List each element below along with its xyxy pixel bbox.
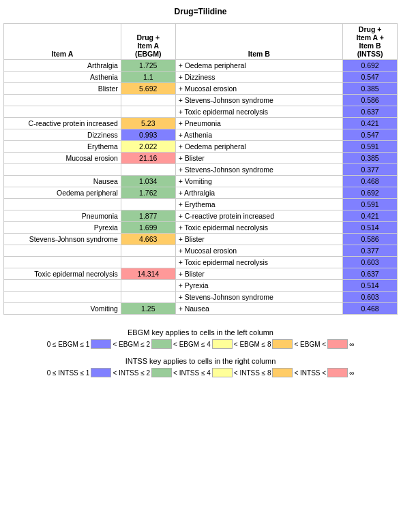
cell-ebgm bbox=[121, 95, 175, 106]
cell-ebgm: 1.25 bbox=[121, 303, 175, 315]
cell-item-b: + Arthralgia bbox=[175, 187, 343, 199]
intss-box-3 bbox=[272, 368, 293, 377]
cell-intss: 0.586 bbox=[343, 95, 398, 106]
cell-ebgm: 1.877 bbox=[121, 210, 175, 222]
ebgm-label-4: < EBGM < bbox=[294, 341, 326, 348]
cell-ebgm bbox=[121, 280, 175, 292]
cell-intss: 0.385 bbox=[343, 83, 398, 95]
intss-label-0: 0 ≤ INTSS ≤ 1 bbox=[47, 369, 90, 377]
cell-item-a bbox=[4, 280, 121, 292]
intss-label-4: < INTSS < bbox=[294, 369, 326, 377]
page-title: Drug=Tilidine bbox=[3, 7, 398, 16]
cell-item-a bbox=[4, 257, 121, 268]
ebgm-label-0: 0 ≤ EBGM ≤ 1 bbox=[47, 341, 90, 348]
cell-item-b: + Asthenia bbox=[175, 129, 343, 141]
cell-intss: 0.547 bbox=[343, 72, 398, 83]
cell-ebgm: 1.1 bbox=[121, 72, 175, 83]
cell-item-a: Stevens-Johnson syndrome bbox=[4, 234, 121, 245]
cell-item-b: + Nausea bbox=[175, 303, 343, 315]
cell-ebgm: 5.23 bbox=[121, 118, 175, 129]
intss-box-2 bbox=[212, 368, 233, 377]
cell-item-a bbox=[4, 164, 121, 176]
cell-intss: 0.421 bbox=[343, 118, 398, 129]
cell-item-a: Mucosal erosion bbox=[4, 153, 121, 164]
intss-box-1 bbox=[151, 368, 172, 377]
cell-item-b: + Stevens-Johnson syndrome bbox=[175, 292, 343, 303]
cell-ebgm bbox=[121, 106, 175, 118]
cell-item-b: + Stevens-Johnson syndrome bbox=[175, 164, 343, 176]
cell-ebgm: 4.663 bbox=[121, 234, 175, 245]
cell-item-a: Asthenia bbox=[4, 72, 121, 83]
cell-item-a: Pneumonia bbox=[4, 210, 121, 222]
cell-intss: 0.637 bbox=[343, 106, 398, 118]
cell-item-a: Erythema bbox=[4, 141, 121, 153]
cell-item-b: + Oedema peripheral bbox=[175, 141, 343, 153]
cell-ebgm: 5.692 bbox=[121, 83, 175, 95]
cell-item-a bbox=[4, 292, 121, 303]
cell-item-a: Arthralgia bbox=[4, 60, 121, 72]
intss-box-4 bbox=[327, 368, 348, 377]
ebgm-label-2: < EBGM ≤ 4 bbox=[173, 341, 211, 348]
cell-item-a bbox=[4, 106, 121, 118]
cell-ebgm: 1.699 bbox=[121, 222, 175, 234]
cell-intss: 0.692 bbox=[343, 60, 398, 72]
ebgm-label-inf: ∞ bbox=[349, 341, 354, 348]
cell-ebgm bbox=[121, 245, 175, 257]
legend-section: EBGM key applies to cells in the left co… bbox=[3, 328, 398, 377]
cell-item-a: Blister bbox=[4, 83, 121, 95]
cell-item-b: + Pyrexia bbox=[175, 280, 343, 292]
cell-item-a: Dizziness bbox=[4, 129, 121, 141]
cell-intss: 0.421 bbox=[343, 210, 398, 222]
cell-ebgm bbox=[121, 164, 175, 176]
main-table: Item A Drug +Item A(EBGM) Item B Drug +I… bbox=[3, 23, 398, 315]
cell-intss: 0.377 bbox=[343, 164, 398, 176]
cell-ebgm: 21.16 bbox=[121, 153, 175, 164]
intss-legend-title: INTSS key applies to cells in the right … bbox=[3, 357, 398, 365]
cell-ebgm bbox=[121, 199, 175, 210]
table-row: + Toxic epidermal necrolysis0.637 bbox=[4, 106, 398, 118]
cell-item-a bbox=[4, 199, 121, 210]
table-row: Blister5.692+ Mucosal erosion0.385 bbox=[4, 83, 398, 95]
table-row: + Toxic epidermal necrolysis0.603 bbox=[4, 257, 398, 268]
cell-intss: 0.385 bbox=[343, 153, 398, 164]
cell-item-b: + Toxic epidermal necrolysis bbox=[175, 106, 343, 118]
intss-label-inf: ∞ bbox=[349, 369, 354, 377]
cell-item-a: Pyrexia bbox=[4, 222, 121, 234]
cell-item-b: + Toxic epidermal necrolysis bbox=[175, 222, 343, 234]
cell-ebgm: 0.993 bbox=[121, 129, 175, 141]
ebgm-box-2 bbox=[212, 339, 233, 349]
table-row: + Pyrexia0.514 bbox=[4, 280, 398, 292]
table-row: Mucosal erosion21.16+ Blister0.385 bbox=[4, 153, 398, 164]
cell-intss: 0.591 bbox=[343, 199, 398, 210]
ebgm-legend-title: EBGM key applies to cells in the left co… bbox=[3, 328, 398, 337]
cell-intss: 0.603 bbox=[343, 257, 398, 268]
cell-item-b: + Mucosal erosion bbox=[175, 83, 343, 95]
header-ebgm: Drug +Item A(EBGM) bbox=[121, 24, 175, 60]
cell-intss: 0.692 bbox=[343, 187, 398, 199]
cell-item-a: Toxic epidermal necrolysis bbox=[4, 268, 121, 280]
intss-label-1: < INTSS ≤ 2 bbox=[113, 369, 150, 377]
table-row: Nausea1.034+ Vomiting0.468 bbox=[4, 176, 398, 187]
cell-intss: 0.468 bbox=[343, 303, 398, 315]
cell-item-b: + Oedema peripheral bbox=[175, 60, 343, 72]
cell-intss: 0.547 bbox=[343, 129, 398, 141]
intss-legend-row: 0 ≤ INTSS ≤ 1 < INTSS ≤ 2 < INTSS ≤ 4 < … bbox=[3, 368, 398, 377]
table-row: Pneumonia1.877+ C-reactive protein incre… bbox=[4, 210, 398, 222]
cell-item-b: + C-reactive protein increased bbox=[175, 210, 343, 222]
table-row: Pyrexia1.699+ Toxic epidermal necrolysis… bbox=[4, 222, 398, 234]
cell-item-b: + Vomiting bbox=[175, 176, 343, 187]
table-row: Asthenia1.1+ Dizziness0.547 bbox=[4, 72, 398, 83]
table-row: Toxic epidermal necrolysis14.314+ Bliste… bbox=[4, 268, 398, 280]
cell-ebgm: 2.022 bbox=[121, 141, 175, 153]
table-row: + Stevens-Johnson syndrome0.603 bbox=[4, 292, 398, 303]
cell-ebgm: 1.762 bbox=[121, 187, 175, 199]
cell-ebgm: 14.314 bbox=[121, 268, 175, 280]
cell-ebgm: 1.725 bbox=[121, 60, 175, 72]
cell-item-b: + Dizziness bbox=[175, 72, 343, 83]
cell-intss: 0.591 bbox=[343, 141, 398, 153]
cell-intss: 0.603 bbox=[343, 292, 398, 303]
cell-item-b: + Blister bbox=[175, 268, 343, 280]
header-item-b: Item B bbox=[175, 24, 343, 60]
cell-item-a: Vomiting bbox=[4, 303, 121, 315]
table-row: Arthralgia1.725+ Oedema peripheral0.692 bbox=[4, 60, 398, 72]
